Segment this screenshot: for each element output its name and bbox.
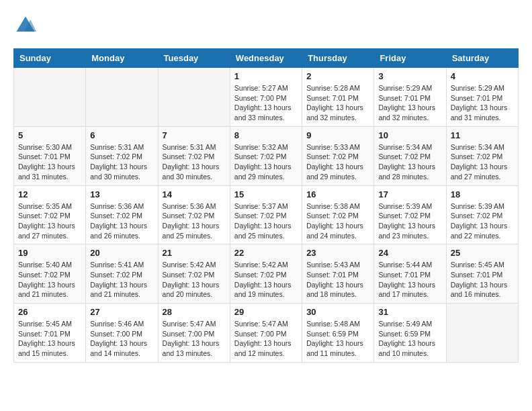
calendar-cell: 23Sunrise: 5:43 AM Sunset: 7:01 PM Dayli…: [302, 244, 374, 304]
calendar-cell: 3Sunrise: 5:29 AM Sunset: 7:01 PM Daylig…: [374, 68, 446, 127]
day-number: 31: [378, 307, 441, 317]
day-number: 27: [90, 307, 153, 317]
day-info: Sunrise: 5:45 AM Sunset: 7:01 PM Dayligh…: [451, 260, 514, 300]
calendar-cell: 15Sunrise: 5:37 AM Sunset: 7:02 PM Dayli…: [230, 185, 302, 244]
calendar-cell: 9Sunrise: 5:33 AM Sunset: 7:02 PM Daylig…: [302, 126, 374, 185]
day-number: 7: [163, 130, 226, 140]
calendar-cell: 10Sunrise: 5:34 AM Sunset: 7:02 PM Dayli…: [374, 126, 446, 185]
day-info: Sunrise: 5:46 AM Sunset: 7:00 PM Dayligh…: [90, 319, 153, 359]
calendar-cell: 29Sunrise: 5:47 AM Sunset: 7:00 PM Dayli…: [230, 304, 302, 363]
day-number: 14: [163, 189, 226, 199]
calendar-cell: [14, 68, 86, 127]
calendar-cell: 2Sunrise: 5:28 AM Sunset: 7:01 PM Daylig…: [302, 68, 374, 127]
calendar-week-row: 26Sunrise: 5:45 AM Sunset: 7:01 PM Dayli…: [14, 304, 519, 363]
day-number: 23: [306, 248, 369, 258]
day-number: 21: [163, 248, 226, 258]
weekday-header: Monday: [86, 49, 158, 68]
day-number: 1: [234, 71, 298, 81]
day-number: 11: [451, 130, 514, 140]
weekday-header: Thursday: [302, 49, 374, 68]
calendar-cell: 26Sunrise: 5:45 AM Sunset: 7:01 PM Dayli…: [14, 304, 86, 363]
day-info: Sunrise: 5:44 AM Sunset: 7:01 PM Dayligh…: [378, 260, 441, 300]
day-info: Sunrise: 5:33 AM Sunset: 7:02 PM Dayligh…: [306, 142, 369, 182]
calendar-cell: 13Sunrise: 5:36 AM Sunset: 7:02 PM Dayli…: [86, 185, 158, 244]
calendar-cell: 25Sunrise: 5:45 AM Sunset: 7:01 PM Dayli…: [446, 244, 518, 304]
calendar-cell: 14Sunrise: 5:36 AM Sunset: 7:02 PM Dayli…: [158, 185, 230, 244]
day-info: Sunrise: 5:35 AM Sunset: 7:02 PM Dayligh…: [18, 201, 81, 241]
calendar-cell: 4Sunrise: 5:29 AM Sunset: 7:01 PM Daylig…: [446, 68, 518, 127]
calendar-cell: 31Sunrise: 5:49 AM Sunset: 6:59 PM Dayli…: [374, 304, 446, 363]
day-number: 8: [234, 130, 298, 140]
day-info: Sunrise: 5:38 AM Sunset: 7:02 PM Dayligh…: [306, 201, 369, 241]
calendar-cell: 24Sunrise: 5:44 AM Sunset: 7:01 PM Dayli…: [374, 244, 446, 304]
weekday-header: Tuesday: [158, 49, 230, 68]
calendar-cell: 5Sunrise: 5:30 AM Sunset: 7:01 PM Daylig…: [14, 126, 86, 185]
day-info: Sunrise: 5:42 AM Sunset: 7:02 PM Dayligh…: [234, 260, 298, 300]
calendar-week-row: 1Sunrise: 5:27 AM Sunset: 7:00 PM Daylig…: [14, 68, 519, 127]
day-info: Sunrise: 5:41 AM Sunset: 7:02 PM Dayligh…: [90, 260, 153, 300]
calendar-cell: 6Sunrise: 5:31 AM Sunset: 7:02 PM Daylig…: [86, 126, 158, 185]
day-info: Sunrise: 5:30 AM Sunset: 7:01 PM Dayligh…: [18, 142, 81, 182]
day-info: Sunrise: 5:39 AM Sunset: 7:02 PM Dayligh…: [378, 201, 441, 241]
calendar-cell: [86, 68, 158, 127]
calendar-cell: 17Sunrise: 5:39 AM Sunset: 7:02 PM Dayli…: [374, 185, 446, 244]
day-number: 17: [378, 189, 441, 199]
day-number: 10: [378, 130, 441, 140]
day-info: Sunrise: 5:47 AM Sunset: 7:00 PM Dayligh…: [234, 319, 298, 359]
day-info: Sunrise: 5:28 AM Sunset: 7:01 PM Dayligh…: [306, 83, 369, 123]
calendar-cell: [446, 304, 518, 363]
day-number: 13: [90, 189, 153, 199]
calendar-cell: 11Sunrise: 5:34 AM Sunset: 7:02 PM Dayli…: [446, 126, 518, 185]
calendar-cell: [158, 68, 230, 127]
day-number: 2: [306, 71, 369, 81]
day-info: Sunrise: 5:34 AM Sunset: 7:02 PM Dayligh…: [451, 142, 514, 182]
calendar-cell: 18Sunrise: 5:39 AM Sunset: 7:02 PM Dayli…: [446, 185, 518, 244]
day-info: Sunrise: 5:27 AM Sunset: 7:00 PM Dayligh…: [234, 83, 298, 123]
day-info: Sunrise: 5:42 AM Sunset: 7:02 PM Dayligh…: [163, 260, 226, 300]
calendar-cell: 8Sunrise: 5:32 AM Sunset: 7:02 PM Daylig…: [230, 126, 302, 185]
day-info: Sunrise: 5:47 AM Sunset: 7:00 PM Dayligh…: [163, 319, 226, 359]
day-number: 5: [18, 130, 81, 140]
logo: [13, 13, 40, 38]
day-number: 12: [18, 189, 81, 199]
day-number: 22: [234, 248, 298, 258]
day-info: Sunrise: 5:43 AM Sunset: 7:01 PM Dayligh…: [306, 260, 369, 300]
day-number: 19: [18, 248, 81, 258]
day-info: Sunrise: 5:36 AM Sunset: 7:02 PM Dayligh…: [90, 201, 153, 241]
logo-icon: [13, 13, 38, 38]
weekday-header: Friday: [374, 49, 446, 68]
calendar-week-row: 12Sunrise: 5:35 AM Sunset: 7:02 PM Dayli…: [14, 185, 519, 244]
day-info: Sunrise: 5:36 AM Sunset: 7:02 PM Dayligh…: [163, 201, 226, 241]
day-info: Sunrise: 5:34 AM Sunset: 7:02 PM Dayligh…: [378, 142, 441, 182]
day-info: Sunrise: 5:31 AM Sunset: 7:02 PM Dayligh…: [163, 142, 226, 182]
day-number: 15: [234, 189, 298, 199]
calendar-cell: 27Sunrise: 5:46 AM Sunset: 7:00 PM Dayli…: [86, 304, 158, 363]
calendar-cell: 30Sunrise: 5:48 AM Sunset: 6:59 PM Dayli…: [302, 304, 374, 363]
day-info: Sunrise: 5:49 AM Sunset: 6:59 PM Dayligh…: [378, 319, 441, 359]
day-number: 25: [451, 248, 514, 258]
weekday-header: Wednesday: [230, 49, 302, 68]
calendar-table: SundayMondayTuesdayWednesdayThursdayFrid…: [13, 48, 519, 363]
day-info: Sunrise: 5:45 AM Sunset: 7:01 PM Dayligh…: [18, 319, 81, 359]
calendar-cell: 28Sunrise: 5:47 AM Sunset: 7:00 PM Dayli…: [158, 304, 230, 363]
day-number: 16: [306, 189, 369, 199]
weekday-header: Sunday: [14, 49, 86, 68]
day-info: Sunrise: 5:29 AM Sunset: 7:01 PM Dayligh…: [451, 83, 514, 123]
calendar-cell: 19Sunrise: 5:40 AM Sunset: 7:02 PM Dayli…: [14, 244, 86, 304]
day-info: Sunrise: 5:29 AM Sunset: 7:01 PM Dayligh…: [378, 83, 441, 123]
day-info: Sunrise: 5:40 AM Sunset: 7:02 PM Dayligh…: [18, 260, 81, 300]
day-info: Sunrise: 5:48 AM Sunset: 6:59 PM Dayligh…: [306, 319, 369, 359]
day-number: 9: [306, 130, 369, 140]
day-number: 26: [18, 307, 81, 317]
day-number: 30: [306, 307, 369, 317]
calendar-cell: 12Sunrise: 5:35 AM Sunset: 7:02 PM Dayli…: [14, 185, 86, 244]
day-info: Sunrise: 5:37 AM Sunset: 7:02 PM Dayligh…: [234, 201, 298, 241]
calendar-week-row: 19Sunrise: 5:40 AM Sunset: 7:02 PM Dayli…: [14, 244, 519, 304]
day-info: Sunrise: 5:31 AM Sunset: 7:02 PM Dayligh…: [90, 142, 153, 182]
day-number: 29: [234, 307, 298, 317]
calendar-week-row: 5Sunrise: 5:30 AM Sunset: 7:01 PM Daylig…: [14, 126, 519, 185]
weekday-header: Saturday: [446, 49, 518, 68]
calendar-cell: 7Sunrise: 5:31 AM Sunset: 7:02 PM Daylig…: [158, 126, 230, 185]
calendar-cell: 22Sunrise: 5:42 AM Sunset: 7:02 PM Dayli…: [230, 244, 302, 304]
calendar-cell: 21Sunrise: 5:42 AM Sunset: 7:02 PM Dayli…: [158, 244, 230, 304]
